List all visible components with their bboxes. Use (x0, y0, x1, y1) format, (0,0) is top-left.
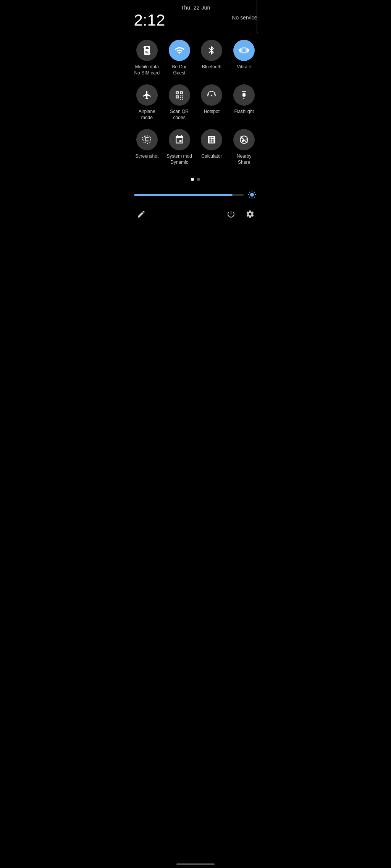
tile-airplane[interactable]: Airplanemode (131, 81, 163, 125)
tile-calculator[interactable]: Calculator (196, 125, 228, 170)
settings-button[interactable] (244, 208, 256, 220)
tile-wifi-label: Be OurGuest (172, 64, 187, 76)
tile-nearby-share[interactable]: NearbyShare (228, 125, 260, 170)
tile-vibrate-icon (233, 40, 255, 61)
bottom-toolbar (128, 203, 263, 225)
system-mode-svg (174, 135, 184, 145)
brightness-track[interactable] (134, 194, 244, 196)
brightness-icon (247, 190, 257, 200)
tile-flashlight-icon (233, 84, 255, 106)
tile-calculator-label: Calculator (201, 153, 222, 160)
service-status: No service (232, 15, 257, 21)
bluetooth-svg (207, 45, 217, 55)
page-dot-2[interactable] (197, 178, 200, 181)
airplane-svg (142, 90, 152, 100)
tile-screenshot-icon (136, 129, 158, 150)
tile-screenshot-label: Screenshot (136, 153, 159, 160)
tile-system-mode[interactable]: System modDynamic (163, 125, 196, 170)
tile-hotspot-icon (201, 84, 222, 106)
vibrate-svg (239, 45, 249, 55)
power-button[interactable] (225, 208, 237, 220)
tile-mobile-data-icon (136, 40, 158, 61)
time-display: 2:12 (134, 12, 165, 28)
tile-wifi[interactable]: Be OurGuest (163, 36, 196, 81)
tile-scan-qr[interactable]: Scan QRcodes (163, 81, 196, 125)
tile-calculator-icon (201, 129, 222, 150)
tile-system-mode-label: System modDynamic (166, 153, 192, 165)
page-indicator (128, 178, 263, 181)
tile-bluetooth-label: Bluetooth (202, 64, 221, 70)
tile-scan-qr-icon (169, 84, 190, 106)
tile-system-mode-icon (169, 129, 190, 150)
nearby-share-svg (239, 135, 249, 145)
tile-vibrate[interactable]: Vibrate (228, 36, 260, 81)
tile-flashlight-label: Flashlight (234, 109, 254, 115)
tile-flashlight[interactable]: Flashlight (228, 81, 260, 125)
tile-hotspot-label: Hotspot (204, 109, 220, 115)
qr-svg (174, 90, 184, 100)
calculator-svg (207, 135, 217, 145)
tile-nearby-share-icon (233, 129, 255, 150)
tile-scan-qr-label: Scan QRcodes (170, 109, 189, 121)
flashlight-svg (239, 90, 249, 100)
notch-indicator (257, 0, 263, 34)
tile-nearby-share-label: NearbyShare (237, 153, 252, 165)
screenshot-svg (142, 135, 152, 145)
mobile-data-svg (142, 45, 152, 55)
toolbar-right (225, 208, 256, 220)
date-display: Thu, 22 Jun (181, 5, 210, 11)
tile-airplane-label: Airplanemode (139, 109, 155, 121)
tile-airplane-icon (136, 84, 158, 106)
quick-tiles-grid: Mobile dataNo SIM card Be OurGuest Bluet… (128, 30, 263, 170)
tile-screenshot[interactable]: Screenshot (131, 125, 163, 170)
edit-button[interactable] (136, 208, 147, 220)
tile-wifi-icon (169, 40, 190, 61)
tile-bluetooth-icon (201, 40, 222, 61)
tile-hotspot[interactable]: Hotspot (196, 81, 228, 125)
tile-mobile-data-label: Mobile dataNo SIM card (134, 64, 160, 76)
tile-vibrate-label: Vibrate (237, 64, 251, 70)
page-dot-1[interactable] (191, 178, 194, 181)
hotspot-svg (207, 90, 217, 100)
brightness-fill (134, 194, 233, 196)
brightness-control[interactable] (128, 187, 263, 203)
tile-bluetooth[interactable]: Bluetooth (196, 36, 228, 81)
tile-mobile-data[interactable]: Mobile dataNo SIM card (131, 36, 163, 81)
status-bar: Thu, 22 Jun 2:12 No service (128, 0, 263, 30)
wifi-svg (174, 45, 184, 55)
time-service-row: 2:12 No service (134, 12, 257, 28)
